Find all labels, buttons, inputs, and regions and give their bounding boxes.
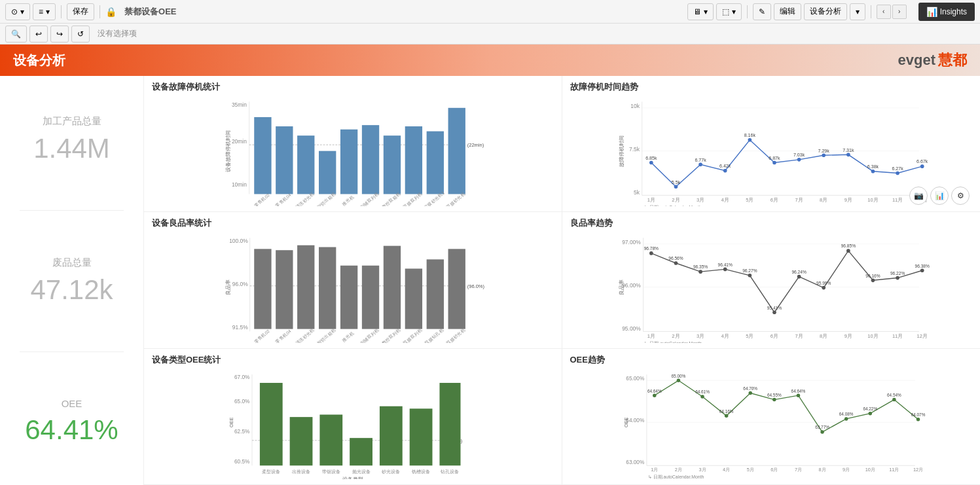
list-view-button[interactable]: ≡ ▾ bbox=[33, 3, 56, 20]
svg-rect-15 bbox=[448, 108, 465, 194]
svg-text:64.64%: 64.64% bbox=[647, 388, 661, 393]
svg-text:3月: 3月 bbox=[699, 467, 706, 473]
dropdown-icon5: ▾ bbox=[856, 7, 860, 16]
svg-text:7.5k: 7.5k bbox=[628, 146, 640, 153]
svg-text:1月: 1月 bbox=[647, 333, 655, 339]
total-label: 加工产品总量 bbox=[7, 115, 137, 128]
separator4 bbox=[871, 5, 871, 18]
oee-bar-title: 设备类型OEE统计 bbox=[152, 354, 554, 366]
svg-text:8月: 8月 bbox=[820, 333, 827, 339]
svg-text:出推设备: 出推设备 bbox=[292, 469, 310, 474]
svg-point-179 bbox=[724, 414, 727, 417]
oee-bar-svg: 67.0% 65.0% 62.5% 60.5% (63.5%) bbox=[152, 368, 554, 479]
svg-rect-155 bbox=[319, 414, 342, 465]
edit-button[interactable]: 编辑 bbox=[774, 3, 801, 20]
svg-text:7.31k: 7.31k bbox=[843, 148, 854, 153]
insights-button[interactable]: 📊 Insights bbox=[918, 3, 975, 21]
svg-point-186 bbox=[892, 398, 896, 401]
chart-icon-btn[interactable]: 📊 bbox=[930, 187, 949, 205]
svg-point-114 bbox=[797, 275, 801, 279]
svg-text:96.78%: 96.78% bbox=[644, 247, 658, 251]
separator3 bbox=[747, 5, 748, 18]
svg-rect-159 bbox=[439, 383, 460, 465]
svg-text:96.27%: 96.27% bbox=[742, 268, 757, 273]
search-button[interactable]: 🔍 bbox=[5, 26, 27, 43]
svg-text:7月: 7月 bbox=[794, 467, 801, 473]
svg-text:7.29k: 7.29k bbox=[818, 149, 829, 153]
svg-text:65.00%: 65.00% bbox=[626, 376, 645, 382]
forward-button[interactable]: ↪ bbox=[50, 26, 69, 43]
page-title: 设备分析 bbox=[13, 52, 65, 69]
svg-rect-13 bbox=[405, 126, 422, 194]
prev-button[interactable]: ‹ bbox=[877, 5, 891, 19]
analysis-button[interactable]: 设备分析 bbox=[804, 3, 847, 20]
svg-text:91.5%: 91.5% bbox=[232, 324, 248, 331]
svg-text:双膜钻孔机: 双膜钻孔机 bbox=[424, 327, 445, 342]
svg-text:67.0%: 67.0% bbox=[234, 374, 250, 380]
svg-point-35 bbox=[649, 161, 653, 165]
svg-text:6.38k: 6.38k bbox=[867, 164, 879, 169]
svg-point-110 bbox=[699, 270, 702, 274]
svg-rect-6 bbox=[254, 117, 271, 194]
oee-trend-title: OEE趋势 bbox=[570, 354, 973, 366]
layout-icon: ⬚ bbox=[722, 7, 729, 16]
svg-text:8.16k: 8.16k bbox=[744, 133, 755, 137]
svg-text:带锯设备: 带锯设备 bbox=[322, 469, 340, 474]
dropdown-icon: ▾ bbox=[20, 7, 24, 16]
back-button[interactable]: ↩ bbox=[29, 26, 48, 43]
trend-icons: 📷 📊 ⚙ bbox=[909, 187, 970, 205]
svg-text:10k: 10k bbox=[630, 103, 640, 109]
refresh-button[interactable]: ↺ bbox=[71, 26, 90, 43]
svg-point-44 bbox=[871, 170, 875, 173]
svg-text:65.00%: 65.00% bbox=[671, 373, 685, 378]
svg-text:64.07%: 64.07% bbox=[911, 412, 925, 417]
svg-rect-9 bbox=[319, 151, 336, 194]
svg-point-181 bbox=[772, 398, 776, 401]
home-button[interactable]: ⊙ ▾ bbox=[5, 3, 30, 20]
svg-point-176 bbox=[653, 393, 656, 397]
camera-icon-btn[interactable]: 📷 bbox=[909, 187, 928, 205]
svg-rect-154 bbox=[290, 417, 313, 465]
svg-text:零售机04: 零售机04 bbox=[275, 192, 293, 206]
svg-text:100.0%: 100.0% bbox=[229, 238, 248, 244]
quality-trend-title: 良品率趋势 bbox=[570, 217, 973, 229]
svg-text:95.00%: 95.00% bbox=[622, 325, 641, 332]
total-value: 1.44M bbox=[7, 133, 137, 164]
settings-icon-btn[interactable]: ⚙ bbox=[951, 187, 970, 205]
svg-text:6.87k: 6.87k bbox=[769, 156, 780, 160]
svg-text:64.61%: 64.61% bbox=[695, 389, 710, 394]
svg-text:设备故障停机时间: 设备故障停机时间 bbox=[225, 130, 231, 172]
svg-text:12月: 12月 bbox=[916, 333, 927, 339]
svg-text:10月: 10月 bbox=[865, 467, 875, 473]
svg-text:7月: 7月 bbox=[795, 333, 803, 339]
pencil-button[interactable]: ✎ bbox=[753, 3, 771, 20]
pencil-icon: ✎ bbox=[759, 7, 765, 16]
save-button[interactable]: 保存 bbox=[67, 3, 94, 20]
waste-stat-block: 废品总量 47.12k bbox=[7, 250, 137, 312]
svg-text:63.77%: 63.77% bbox=[815, 425, 829, 429]
svg-rect-82 bbox=[319, 247, 336, 329]
monitor-button[interactable]: 🖥 ▾ bbox=[687, 3, 714, 20]
quality-trend-svg: 97.00% 96.00% 95.00% bbox=[570, 232, 973, 342]
total-stat-block: 加工产品总量 1.44M bbox=[7, 109, 137, 171]
svg-text:8月: 8月 bbox=[818, 467, 826, 473]
divider1 bbox=[20, 210, 124, 211]
back-icon: ↩ bbox=[35, 29, 42, 39]
fault-trend-title: 故障停机时间趋势 bbox=[570, 81, 973, 93]
layout-button[interactable]: ⬚ ▾ bbox=[716, 3, 742, 20]
logo-ev: evget bbox=[898, 52, 935, 69]
svg-text:35min: 35min bbox=[232, 101, 247, 108]
svg-text:数控双列机: 数控双列机 bbox=[381, 327, 401, 342]
svg-text:良品率: 良品率 bbox=[225, 279, 231, 295]
next-button[interactable]: › bbox=[892, 5, 907, 19]
svg-text:双膜双列机: 双膜双列机 bbox=[403, 327, 423, 342]
svg-text:12月: 12月 bbox=[913, 467, 922, 473]
svg-text:10月: 10月 bbox=[867, 197, 878, 203]
svg-rect-14 bbox=[427, 132, 444, 194]
analysis-dropdown[interactable]: ▾ bbox=[850, 3, 865, 20]
oee-label: OEE bbox=[7, 398, 137, 409]
svg-text:11月: 11月 bbox=[889, 467, 899, 473]
svg-point-112 bbox=[748, 274, 752, 278]
svg-point-117 bbox=[871, 279, 875, 283]
svg-text:96.16%: 96.16% bbox=[865, 274, 880, 278]
